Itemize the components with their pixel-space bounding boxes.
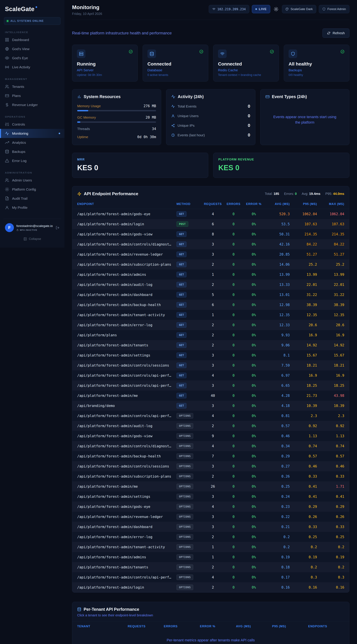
sidebar-item-my-profile[interactable]: My Profile (0, 203, 64, 212)
requests-cell: 2 (201, 262, 224, 266)
tenant-table-header: TENANTREQUESTSERRORSERROR %AVG (MS)P95 (… (72, 621, 349, 632)
api-table-row: /api/platform/forest-admin/gods-eyeGET40… (72, 209, 349, 219)
error-pct-cell: 0% (243, 262, 265, 266)
resource-row: Memory Usage276 MB (77, 104, 156, 111)
avg-cell: 6.97 (265, 374, 290, 378)
status-title: Connected (147, 61, 203, 67)
endpoint-cell: /api/platform/forest-admin/backup-health (77, 454, 177, 458)
error-pct-cell: 0% (243, 434, 265, 438)
sidebar-item-controls[interactable]: Controls (0, 120, 64, 129)
method-cell: GET (177, 232, 201, 237)
avg-cell: 0.23 (265, 505, 290, 509)
users-icon (5, 84, 9, 89)
column-header: MAX (MS) (317, 202, 344, 206)
requests-cell: 2 (201, 323, 224, 327)
avg-cell: 0.2 (265, 535, 290, 539)
p95-cell: 107.63 (290, 222, 317, 226)
requests-cell: 1 (201, 555, 224, 559)
avg-cell: 42.16 (265, 242, 290, 246)
requests-cell: 6 (201, 222, 224, 226)
errors-cell: 0 (224, 505, 243, 509)
endpoint-cell: /api/platform/forest-admin/revenue-ledge… (77, 515, 177, 519)
refresh-button[interactable]: Refresh (323, 28, 350, 38)
live-label: LIVE (259, 7, 267, 11)
column-header: P95 (MS) (272, 625, 308, 628)
errors-cell: 0 (224, 464, 243, 468)
sidebar-item-dashboard[interactable]: Dashboard (0, 35, 64, 44)
sidebar-item-label: Platform Config (12, 188, 36, 192)
avg-cell: 0.29 (265, 454, 290, 458)
p95-cell: 214.35 (290, 232, 317, 236)
avg-cell: 0.81 (265, 414, 290, 418)
method-badge: OPTIONS (177, 464, 193, 469)
method-cell: GET (177, 352, 201, 358)
errors-cell: 0 (224, 343, 243, 347)
method-cell: GET (177, 262, 201, 267)
database-icon (77, 607, 81, 612)
system-status-label: ALL SYSTEMS ONLINE (10, 20, 44, 22)
resource-row: Uptime0d 0h 30m (77, 135, 156, 139)
sidebar-item-label: Audit Trail (12, 196, 27, 200)
api-table-header: ENDPOINTMETHODREQUESTSERRORSERROR %AVG (… (72, 201, 349, 209)
sidebar-item-admin-users[interactable]: Admin Users (0, 176, 64, 185)
errors-cell: 0 (224, 242, 243, 246)
max-cell: 16.9 (317, 333, 344, 337)
sidebar-item-error-log[interactable]: Error Log (0, 156, 64, 165)
endpoint-cell: /api/platform/forest-admin/audit-log (77, 424, 177, 428)
method-badge: GET (177, 393, 186, 398)
column-header: ERRORS (164, 625, 200, 628)
max-cell: 1.71 (317, 484, 344, 488)
method-cell: OPTIONS (177, 554, 201, 560)
database-icon (5, 150, 9, 154)
endpoint-cell: /api/platform/forest-admin/tenants (77, 343, 177, 347)
api-table-row: /api/platform/forest-admin/gods-viewGET8… (72, 229, 349, 239)
method-badge: OPTIONS (177, 534, 193, 540)
avg-cell: 7.59 (265, 364, 290, 368)
avg-cell: 12.33 (265, 323, 290, 327)
sidebar-item-backups[interactable]: Backups (0, 147, 64, 156)
method-badge: GET (177, 312, 186, 318)
p95-cell: 0.41 (290, 484, 317, 488)
max-cell: 51.27 (317, 252, 344, 256)
endpoint-cell: /api/platform/forest-admin/audit-log (77, 283, 177, 287)
status-detail: Tenant context + branding cache (218, 73, 274, 77)
sidebar-item-plans[interactable]: Plans (0, 91, 64, 100)
api-performance-card: API Endpoint Performance Total: 185 Erro… (72, 186, 350, 592)
sidebar-item-god-s-view[interactable]: God's View (0, 44, 64, 54)
sidebar-item-platform-config[interactable]: Platform Config (0, 185, 64, 194)
error-pct-cell: 0% (243, 212, 265, 216)
method-cell: OPTIONS (177, 584, 201, 590)
collapse-button[interactable]: Collapse (23, 237, 41, 241)
sidebar-item-analytics[interactable]: Analytics (0, 138, 64, 147)
errors-cell: 0 (224, 262, 243, 266)
sidebar-item-god-s-eye[interactable]: God's Eye (0, 54, 64, 62)
max-cell: 16.9 (317, 374, 344, 378)
logout-icon[interactable] (56, 226, 59, 230)
user-card: F forestadmin@scalegate.io MFA INACTIVE (3, 219, 61, 232)
method-badge: OPTIONS (177, 443, 193, 449)
panel-collapse-icon (23, 237, 27, 241)
p95-cell: 21.73 (290, 394, 317, 398)
sidebar-item-audit-trail[interactable]: Audit Trail (0, 194, 64, 203)
method-badge: OPTIONS (177, 514, 193, 520)
revenue-label: PLATFORM REVENUE (218, 158, 344, 161)
p95-cell: 51.27 (290, 252, 317, 256)
sidebar-item-label: God's Eye (12, 56, 28, 60)
sidebar-item-label: Analytics (12, 140, 26, 144)
endpoint-cell: /api/platform/forest-admin/tenant-activi… (77, 313, 177, 317)
sidebar-item-tenants[interactable]: Tenants (0, 82, 64, 91)
theme-toggle-button[interactable] (273, 6, 279, 12)
avatar: F (5, 223, 14, 232)
sidebar-item-monitoring[interactable]: Monitoring (0, 129, 64, 138)
revenue-card-mrr: MRRKES 0 (72, 153, 208, 178)
avg-cell: 9.93 (265, 333, 290, 337)
system-status-pill: ALL SYSTEMS ONLINE (4, 17, 60, 25)
column-header: METHOD (177, 202, 201, 206)
p95-cell: 1062.04 (290, 212, 317, 216)
sidebar-item-live-activity[interactable]: Live Activity (0, 62, 64, 72)
app-logo: ScaleGate (0, 6, 64, 12)
sidebar-item-revenue-ledger[interactable]: Revenue Ledger (0, 100, 64, 109)
gear-icon (5, 187, 9, 192)
method-cell: GET (177, 302, 201, 308)
max-cell: 0.26 (317, 515, 344, 519)
